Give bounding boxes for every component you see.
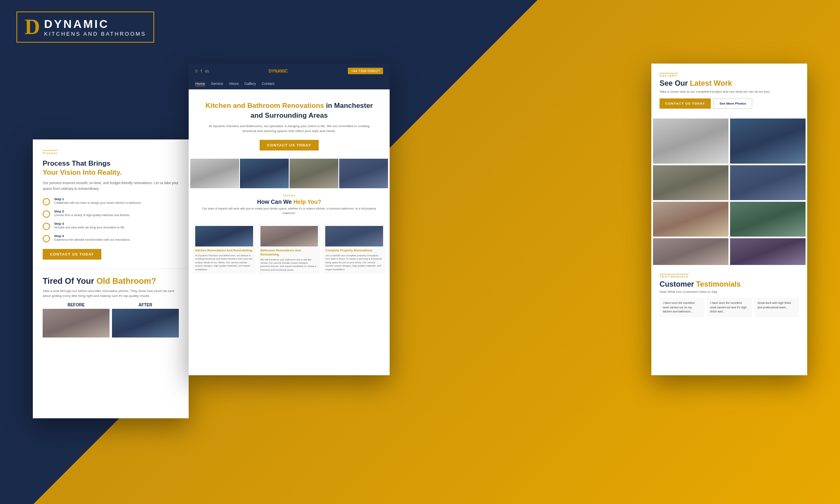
- nav-about[interactable]: About: [229, 82, 239, 86]
- step-3: ✓ Step 3 Sit back and relax while we bri…: [43, 222, 179, 230]
- center-website-card: ◊ f in DYNAMIC +44 7388 058027 Home Serv…: [189, 64, 390, 375]
- step-1-label: Step 1: [54, 197, 142, 201]
- process-heading: Process That Brings Your Vision Into Rea…: [43, 159, 179, 177]
- nav-gallery[interactable]: Gallery: [244, 82, 256, 86]
- gallery-img-2: [240, 159, 289, 188]
- service-card-bathroom: Bathroom Renovations And Remodelling. We…: [258, 223, 321, 274]
- testimonials-section: TESTIMONIALS Customer Testimonials Hear …: [651, 265, 807, 324]
- gallery-img-1: [190, 159, 239, 188]
- service-card-kitchen: Kitchen Renovations And Remodelling. At …: [193, 223, 256, 274]
- step-3-label: Step 3: [54, 222, 125, 226]
- nav-logo: DYNAMIC: [269, 69, 288, 73]
- nav-phone[interactable]: +44 7388 058027: [348, 68, 383, 74]
- service-card-bathroom-desc: We will transform your bathroom into a s…: [260, 258, 318, 272]
- before-after-grid: BEFORE AFTER: [43, 303, 179, 338]
- service-description: Our team of experts will work with you t…: [197, 207, 381, 215]
- nav-links-bar: Home Service About Gallery Contact: [189, 78, 390, 89]
- nav-contact[interactable]: Contact: [262, 82, 274, 86]
- service-card-bathroom-title: Bathroom Renovations And Remodelling.: [260, 249, 318, 257]
- social-icons: ◊ f in: [195, 68, 209, 73]
- service-card-bathroom-img: [260, 226, 318, 246]
- gallery-img-3: [290, 159, 338, 188]
- step-1-text: Collaborate with our team to design your…: [54, 201, 142, 205]
- gallery-img-4: [339, 159, 388, 188]
- gal-img-8: [730, 238, 806, 265]
- service-intro: Service How Can We Help You? Our team of…: [189, 188, 390, 223]
- step-4-label: Step 4: [54, 234, 130, 238]
- service-heading: How Can We Help You?: [197, 198, 381, 205]
- gallery-label: GALLERY: [660, 73, 678, 78]
- navbar: ◊ f in DYNAMIC +44 7388 058027: [189, 64, 390, 78]
- testimonial-2: I have seen the excellent work carried o…: [707, 298, 751, 317]
- step-1-circle: ✓: [43, 198, 50, 205]
- testimonials-subheading: Hear What Our Customers Have to Say: [660, 290, 799, 294]
- hero-description: At Dynamic Kitchens and Bathrooms, we sp…: [205, 124, 373, 135]
- gal-img-5: [653, 202, 728, 237]
- after-image: [112, 309, 179, 338]
- service-card-property-desc: Let us handle your complete property ren…: [325, 254, 383, 271]
- see-more-photos-button[interactable]: See More Photos: [713, 98, 752, 109]
- service-label: Service: [197, 194, 381, 197]
- step-3-text: Sit back and relax while we bring your r…: [54, 226, 125, 230]
- logo-sub-text: KITCHENS AND BATHROOMS: [44, 31, 146, 37]
- service-card-kitchen-desc: At Dynamic Kitchens and Bathrooms, we be…: [195, 254, 253, 271]
- process-steps: ✓ Step 1 Collaborate with our team to de…: [43, 197, 179, 242]
- gal-img-6: [730, 202, 806, 237]
- gallery-section: GALLERY See Our Latest Work Take a close…: [651, 64, 807, 119]
- gallery-cta-button[interactable]: CONTACT US TODAY: [660, 98, 711, 109]
- process-description: Our process ensures smooth, on-time, and…: [43, 180, 179, 192]
- process-cta-button[interactable]: CONTACT US TODAY: [43, 249, 101, 260]
- before-label: BEFORE: [43, 303, 110, 307]
- linkedin-icon[interactable]: in: [205, 68, 209, 73]
- after-label: AFTER: [112, 303, 179, 307]
- gallery-heading: See Our Latest Work: [660, 79, 799, 88]
- instagram-icon[interactable]: ◊: [195, 68, 197, 73]
- hero-section: Kitchen and Bathroom Renovations in Manc…: [189, 89, 390, 159]
- gal-img-2: [730, 119, 806, 164]
- process-section: Process Process That Brings Your Vision …: [33, 139, 189, 269]
- process-label: Process: [43, 150, 57, 156]
- logo-d-letter: D: [25, 16, 40, 38]
- before-image: [43, 309, 110, 338]
- testimonial-3: Great work with high finish and professi…: [754, 298, 799, 317]
- gallery-description: Take a closer look at our completed proj…: [660, 89, 799, 94]
- logo: D DYNAMIC KITCHENS AND BATHROOMS: [16, 11, 154, 43]
- step-1: ✓ Step 1 Collaborate with our team to de…: [43, 197, 179, 205]
- step-2: ✓ Step 2 Choose from a variety of high-q…: [43, 210, 179, 218]
- step-2-circle: ✓: [43, 210, 50, 218]
- gal-img-1: [653, 119, 728, 164]
- testimonial-cards: I have seen the excellent work carried o…: [660, 298, 799, 317]
- service-card-property-title: Complete Property Renovations.: [325, 249, 383, 253]
- step-2-text: Choose from a variety of high-quality ma…: [54, 213, 130, 218]
- step-3-circle: ✓: [43, 223, 50, 230]
- before-after-heading: Tired Of Your Old Bathroom?: [43, 276, 179, 286]
- service-card-kitchen-title: Kitchen Renovations And Remodelling.: [195, 249, 253, 253]
- step-4: ✓ Step 4 Experience the ultimate transfo…: [43, 234, 179, 242]
- hero-headline: Kitchen and Bathroom Renovations in Manc…: [205, 101, 373, 121]
- step-2-label: Step 2: [54, 210, 130, 213]
- gal-img-3: [653, 165, 728, 200]
- facebook-icon[interactable]: f: [201, 68, 202, 73]
- service-card-property-img: [325, 226, 383, 246]
- testimonials-heading: Customer Testimonials: [660, 280, 799, 289]
- nav-service[interactable]: Service: [211, 82, 223, 86]
- testimonials-label: TESTIMONIALS: [660, 274, 689, 278]
- step-4-circle: ✓: [43, 235, 50, 242]
- testimonial-1: I have seen the excellent work carried o…: [660, 298, 704, 317]
- service-card-property: Complete Property Renovations. Let us ha…: [323, 223, 386, 274]
- gallery-buttons: CONTACT US TODAY See More Photos: [660, 98, 799, 109]
- hero-cta-button[interactable]: CONTACT US TODAY: [260, 140, 318, 151]
- step-4-text: Experience the ultimate transformation w…: [54, 238, 130, 242]
- before-after-section: Tired Of Your Old Bathroom? Take a look …: [33, 269, 189, 344]
- gal-img-4: [730, 165, 806, 200]
- left-process-card: Process Process That Brings Your Vision …: [33, 139, 189, 418]
- gallery-masonry-grid: [651, 119, 807, 265]
- before-after-description: Take a look through our before-and-after…: [43, 289, 179, 299]
- service-cards-grid: Kitchen Renovations And Remodelling. At …: [189, 223, 390, 278]
- logo-main-text: DYNAMIC: [44, 18, 146, 31]
- gal-img-7: [653, 238, 728, 265]
- right-gallery-card: GALLERY See Our Latest Work Take a close…: [651, 64, 807, 375]
- nav-home[interactable]: Home: [195, 82, 205, 86]
- service-card-kitchen-img: [195, 226, 253, 246]
- hero-gallery-grid: [189, 159, 390, 188]
